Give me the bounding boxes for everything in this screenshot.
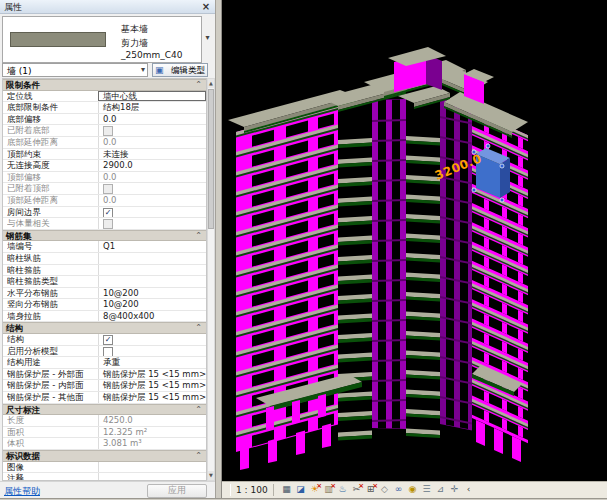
property-row[interactable]: 已附着顶部 xyxy=(3,183,206,195)
render-icon[interactable]: ♨ xyxy=(336,483,349,496)
property-row[interactable]: 与体量相关 xyxy=(3,218,206,230)
collapse-icon[interactable]: ⌃ xyxy=(195,405,202,415)
checkbox-icon[interactable] xyxy=(103,184,113,194)
scroll-down-icon[interactable]: ▼ xyxy=(208,471,214,480)
collapse-icon[interactable]: ⌃ xyxy=(195,451,202,461)
property-value[interactable]: 8@400x400 xyxy=(98,311,206,322)
property-value[interactable]: 0.0 xyxy=(98,114,206,125)
section-header[interactable]: 标识数据⌃ xyxy=(3,450,206,462)
property-row[interactable]: 体积3.081 m³ xyxy=(3,438,206,450)
shadows-icon[interactable]: ▥× xyxy=(322,483,335,496)
scroll-up-icon[interactable]: ▲ xyxy=(208,79,214,88)
property-value[interactable] xyxy=(98,218,206,229)
edit-type-button[interactable]: ▣ 编辑类型 xyxy=(152,63,208,77)
property-value[interactable]: Q1 xyxy=(98,241,206,252)
lock-3d-icon[interactable]: ◇ xyxy=(378,483,391,496)
collapse-icon[interactable]: ⌃ xyxy=(195,323,202,333)
property-value[interactable]: 承重 xyxy=(98,357,206,368)
section-header[interactable]: 结构⌃ xyxy=(3,322,206,334)
property-row[interactable]: 暗柱纵筋 xyxy=(3,253,206,265)
property-value[interactable]: 3.081 m³ xyxy=(98,438,206,449)
property-row[interactable]: 房间边界✓ xyxy=(3,207,206,219)
properties-help-link[interactable]: 属性帮助 xyxy=(4,485,40,498)
chevron-down-icon[interactable]: ▾ xyxy=(202,32,213,44)
property-row[interactable]: 钢筋保护层 - 外部面钢筋保护层 15 <15 mm> xyxy=(3,369,206,381)
expand-icon[interactable]: ‹ xyxy=(462,483,475,496)
hide-isolate-icon[interactable]: ∞ xyxy=(392,483,405,496)
scrollbar-thumb[interactable] xyxy=(208,89,214,229)
property-value[interactable]: ✓ xyxy=(98,334,206,345)
reveal-hidden-icon[interactable]: ◉ xyxy=(406,483,419,496)
sun-path-icon[interactable]: ☀× xyxy=(308,483,321,496)
checkbox-icon[interactable] xyxy=(103,126,113,136)
property-row[interactable]: 钢筋保护层 - 其他面钢筋保护层 15 <15 mm> xyxy=(3,392,206,404)
property-value[interactable]: 钢筋保护层 15 <15 mm> xyxy=(98,369,206,380)
type-selector[interactable]: 基本墙 剪力墙_250mm_C40 xyxy=(2,16,202,63)
property-row[interactable]: 顶部延伸距离0.0 xyxy=(3,195,206,207)
property-row[interactable]: 已附着底部 xyxy=(3,125,206,137)
property-row[interactable]: 底部偏移0.0 xyxy=(3,114,206,126)
view-scale[interactable]: 1 : 100 xyxy=(230,484,274,496)
property-value[interactable] xyxy=(98,253,206,264)
collapse-icon[interactable]: ⌃ xyxy=(195,80,202,90)
crop-view-icon[interactable]: ✂× xyxy=(350,483,363,496)
property-value[interactable]: ✓ xyxy=(98,207,206,218)
checkbox-checked-icon[interactable]: ✓ xyxy=(103,335,113,345)
property-value[interactable]: 4250.0 xyxy=(98,415,206,426)
property-row[interactable]: 水平分布钢筋10@200 xyxy=(3,288,206,300)
property-value[interactable] xyxy=(98,473,206,481)
property-value[interactable]: 2900.0 xyxy=(98,160,206,171)
property-row[interactable]: 底部限制条件结构18层 xyxy=(3,102,206,114)
property-row[interactable]: 顶部偏移0.0 xyxy=(3,172,206,184)
visual-style-icon[interactable]: ◪ xyxy=(294,483,307,496)
property-row[interactable]: 暗柱箍筋类型 xyxy=(3,276,206,288)
property-row[interactable]: 顶部约束未连接 xyxy=(3,149,206,161)
property-row[interactable]: 墙身拉筋8@400x400 xyxy=(3,311,206,323)
property-value[interactable]: 结构18层 xyxy=(98,102,206,113)
property-row[interactable]: 启用分析模型 xyxy=(3,346,206,358)
checkbox-icon[interactable] xyxy=(103,347,113,357)
3d-viewport[interactable]: 3200.0 xyxy=(222,0,607,481)
section-header[interactable]: 钢筋集⌃ xyxy=(3,230,206,242)
property-value[interactable] xyxy=(98,346,206,357)
panel-divider[interactable] xyxy=(215,0,222,500)
property-value[interactable] xyxy=(98,462,206,473)
section-header[interactable]: 限制条件⌃ xyxy=(3,79,206,91)
property-row[interactable]: 结构✓ xyxy=(3,334,206,346)
property-row[interactable]: 结构用途承重 xyxy=(3,357,206,369)
property-value[interactable]: 钢筋保护层 15 <15 mm> xyxy=(98,392,206,403)
analytical-model-icon[interactable]: ⊿ xyxy=(434,483,447,496)
property-value[interactable]: 12.325 m² xyxy=(98,427,206,438)
property-value[interactable]: 墙中心线 xyxy=(98,91,206,102)
property-row[interactable]: 钢筋保护层 - 内部面钢筋保护层 15 <15 mm> xyxy=(3,380,206,392)
property-row[interactable]: 暗柱箍筋 xyxy=(3,265,206,277)
property-row[interactable]: 墙编号Q1 xyxy=(3,241,206,253)
temp-view-properties-icon[interactable]: ☰ xyxy=(420,483,433,496)
property-value[interactable]: 10@200 xyxy=(98,288,206,299)
detail-level-icon[interactable]: ▦ xyxy=(280,483,293,496)
property-row[interactable]: 面积12.325 m² xyxy=(3,427,206,439)
property-value[interactable]: 未连接 xyxy=(98,149,206,160)
property-value[interactable]: 0.0 xyxy=(98,172,206,183)
property-row[interactable]: 注释 xyxy=(3,473,206,481)
checkbox-icon[interactable] xyxy=(103,219,113,229)
section-header[interactable]: 尺寸标注⌃ xyxy=(3,404,206,416)
property-row[interactable]: 长度4250.0 xyxy=(3,415,206,427)
apply-button[interactable]: 应用 xyxy=(147,484,207,498)
property-value[interactable] xyxy=(98,276,206,287)
property-row[interactable]: 无连接高度2900.0 xyxy=(3,160,206,172)
property-row[interactable]: 图像 xyxy=(3,462,206,474)
close-icon[interactable]: × xyxy=(200,0,212,13)
property-value[interactable]: 钢筋保护层 15 <15 mm> xyxy=(98,380,206,391)
property-value[interactable] xyxy=(98,125,206,136)
checkbox-checked-icon[interactable]: ✓ xyxy=(103,208,113,218)
palette-scrollbar[interactable]: ▲ ▼ xyxy=(207,78,215,481)
property-value[interactable] xyxy=(98,265,206,276)
palette-title-bar[interactable]: 属性 × xyxy=(0,0,215,14)
property-value[interactable]: 0.0 xyxy=(98,137,206,148)
crop-region-icon[interactable]: ⊞× xyxy=(364,483,377,496)
property-row[interactable]: 竖向分布钢筋10@200 xyxy=(3,299,206,311)
property-row[interactable]: 底部延伸距离0.0 xyxy=(3,137,206,149)
collapse-icon[interactable]: ⌃ xyxy=(195,231,202,241)
property-value[interactable] xyxy=(98,183,206,194)
